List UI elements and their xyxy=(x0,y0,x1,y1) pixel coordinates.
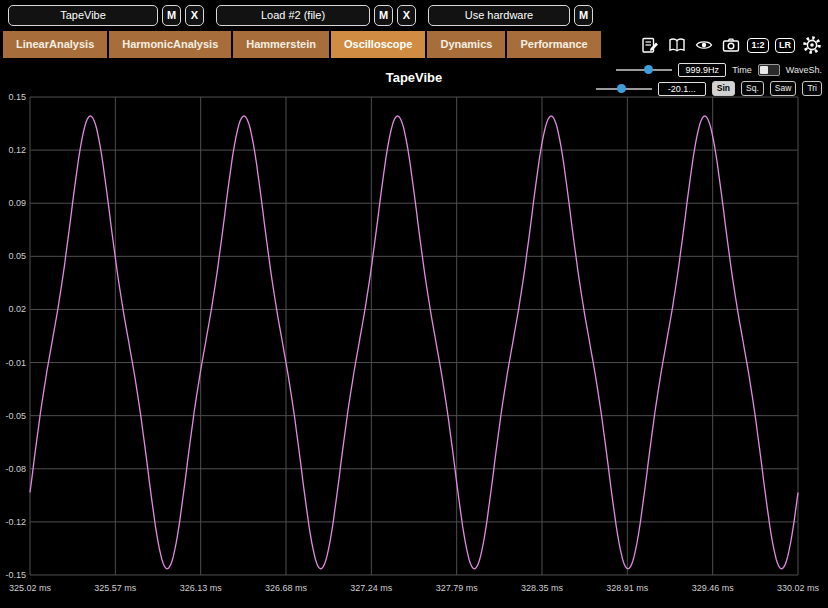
tab-performance[interactable]: Performance xyxy=(507,31,600,58)
plugin-slot-2-button[interactable]: Load #2 (file) xyxy=(216,5,370,26)
y-tick-label: -0.01 xyxy=(5,358,26,368)
use-hardware-mute-button[interactable]: M xyxy=(574,5,593,26)
plugin-slot-2-mute-button[interactable]: M xyxy=(374,5,393,26)
frequency-slider-thumb[interactable] xyxy=(644,65,653,74)
frequency-value[interactable]: 999.9Hz xyxy=(678,63,726,77)
gear-icon[interactable] xyxy=(801,34,823,56)
x-tick-label: 328.35 ms xyxy=(521,583,564,593)
x-tick-label: 326.13 ms xyxy=(180,583,223,593)
x-tick-label: 326.68 ms xyxy=(265,583,308,593)
y-tick-label: 0.02 xyxy=(8,304,26,314)
y-tick-label: 0.12 xyxy=(8,145,26,155)
plugin-slot-bar: TapeVibe M X Load #2 (file) M X Use hard… xyxy=(8,5,605,26)
tab-oscilloscope[interactable]: Oscilloscope xyxy=(331,31,425,58)
x-tick-label: 325.02 ms xyxy=(9,583,52,593)
plugin-slot-2-close-button[interactable]: X xyxy=(397,5,416,26)
y-tick-label: 0.09 xyxy=(8,198,26,208)
tab-dynamics[interactable]: Dynamics xyxy=(427,31,505,58)
plugin-slot-2: Load #2 (file) M X xyxy=(216,5,416,26)
y-tick-label: 0.05 xyxy=(8,251,26,261)
y-tick-label: -0.08 xyxy=(5,464,26,474)
waveform-trace xyxy=(30,116,798,569)
x-tick-label: 329.46 ms xyxy=(692,583,735,593)
lr-icon[interactable]: LR xyxy=(774,34,796,56)
waveshape-label: WaveSh. xyxy=(786,65,822,75)
y-tick-label: -0.05 xyxy=(5,411,26,421)
use-hardware-button[interactable]: Use hardware xyxy=(428,5,570,26)
toolbar: 1:2 LR xyxy=(639,33,823,57)
plugin-slot-1-button[interactable]: TapeVibe xyxy=(8,5,158,26)
tab-linear-analysis[interactable]: LinearAnalysis xyxy=(3,31,107,58)
x-tick-label: 327.79 ms xyxy=(436,583,479,593)
plugin-slot-1: TapeVibe M X xyxy=(8,5,204,26)
x-tick-label: 327.24 ms xyxy=(350,583,393,593)
frequency-row: 999.9Hz Time WaveSh. xyxy=(596,62,822,77)
x-tick-label: 328.91 ms xyxy=(606,583,649,593)
ratio-1-2-icon[interactable]: 1:2 xyxy=(747,34,769,56)
plugin-slot-1-close-button[interactable]: X xyxy=(185,5,204,26)
camera-icon[interactable] xyxy=(720,34,742,56)
waveshape-toggle-knob xyxy=(760,66,768,74)
tab-hammerstein[interactable]: Hammerstein xyxy=(233,31,329,58)
ratio-1-2-label: 1:2 xyxy=(747,38,768,53)
y-tick-label: 0.15 xyxy=(8,92,26,102)
oscilloscope-chart[interactable]: 325.02 ms325.57 ms326.13 ms326.68 ms327.… xyxy=(0,90,828,608)
waveshape-toggle[interactable] xyxy=(758,64,780,76)
x-tick-label: 330.02 ms xyxy=(777,583,820,593)
oscilloscope-plot[interactable]: 325.02 ms325.57 ms326.13 ms326.68 ms327.… xyxy=(0,90,828,608)
frequency-slider[interactable] xyxy=(616,65,672,75)
lr-label: LR xyxy=(775,38,795,53)
analysis-tabs: LinearAnalysis HarmonicAnalysis Hammerst… xyxy=(3,31,601,58)
plugin-slot-3: Use hardware M xyxy=(428,5,593,26)
plugin-slot-1-mute-button[interactable]: M xyxy=(162,5,181,26)
book-icon[interactable] xyxy=(666,34,688,56)
y-tick-label: -0.12 xyxy=(5,517,26,527)
tab-harmonic-analysis[interactable]: HarmonicAnalysis xyxy=(109,31,231,58)
eye-icon[interactable] xyxy=(693,34,715,56)
edit-note-icon[interactable] xyxy=(639,34,661,56)
y-tick-label: -0.15 xyxy=(5,570,26,580)
x-tick-label: 325.57 ms xyxy=(94,583,137,593)
time-label: Time xyxy=(732,65,752,75)
